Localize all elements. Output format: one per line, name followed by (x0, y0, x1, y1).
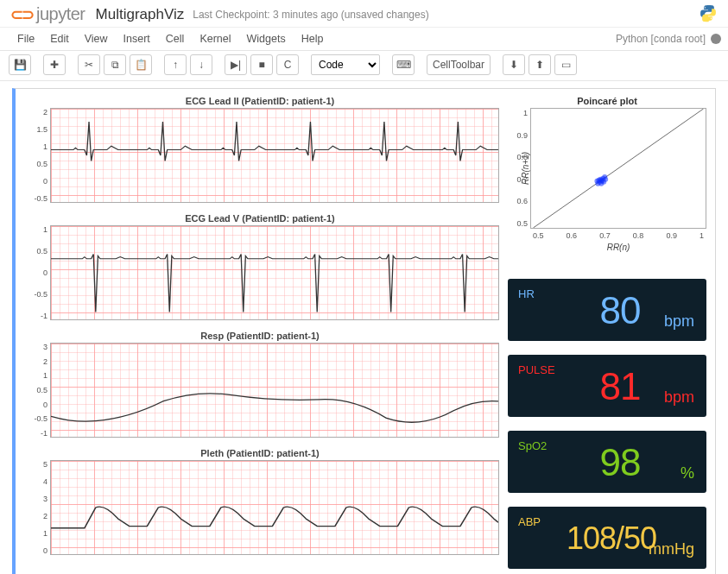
poincare-xticks: 0.50.60.70.80.91 (531, 231, 706, 240)
poincare-canvas (531, 109, 706, 228)
menubar: File Edit View Insert Cell Kernel Widget… (7, 29, 333, 48)
tile-hr: HR 80 bpm (508, 279, 706, 341)
vitals-column: Poincaré plot RR(n+1) (508, 96, 706, 569)
menu-widgets[interactable]: Widgets (247, 33, 286, 45)
paste-button[interactable]: 📋 (130, 54, 152, 75)
menu-help[interactable]: Help (301, 33, 324, 45)
y-ticks: 10.50-0.5-1 (22, 225, 47, 320)
plot-ecg-lead-ii: ECG Lead II (PatientID: patient-1) 21.51… (21, 96, 499, 203)
tile-hr-value: 80 (574, 289, 641, 332)
svg-point-12 (598, 181, 604, 186)
cell-type-select[interactable]: Code (311, 54, 380, 75)
output-cell[interactable]: ECG Lead II (PatientID: patient-1) 21.51… (12, 88, 716, 574)
pleth-waveform (51, 461, 498, 554)
present-button[interactable]: ▭ (554, 54, 577, 75)
waveform-column: ECG Lead II (PatientID: patient-1) 21.51… (21, 96, 499, 569)
svg-point-0 (705, 7, 706, 8)
poincare-yticks: 0.50.60.70.80.91 (512, 109, 528, 228)
jupyter-logo[interactable]: ⊂⊃ jupyter (10, 4, 85, 24)
poincare-plot: Poincaré plot RR(n+1) (508, 96, 706, 229)
download-button[interactable]: ⬇ (503, 54, 525, 75)
plot-title: Pleth (PatientID: patient-1) (21, 448, 499, 458)
output-area: ECG Lead II (PatientID: patient-1) 21.51… (21, 96, 706, 569)
kernel-busy-icon (711, 34, 721, 44)
plot-pleth: Pleth (PatientID: patient-1) 543210 (21, 448, 499, 555)
menu-file[interactable]: File (17, 33, 35, 45)
menubar-row: File Edit View Insert Cell Kernel Widget… (0, 27, 728, 51)
interrupt-button[interactable]: ■ (250, 54, 273, 75)
tile-hr-label: HR (518, 287, 535, 300)
notebook-name[interactable]: MultigraphViz (96, 6, 185, 23)
python-icon (699, 3, 718, 25)
menu-kernel[interactable]: Kernel (199, 33, 231, 45)
run-button[interactable]: ▶| (225, 54, 247, 75)
move-down-button[interactable]: ↓ (190, 54, 212, 75)
notebook-header: ⊂⊃ jupyter MultigraphViz Last Checkpoint… (0, 0, 728, 27)
share-button[interactable]: ⬆ (529, 54, 551, 75)
jupyter-logo-icon: ⊂⊃ (10, 5, 33, 24)
tile-abp-unit: mmHg (649, 540, 694, 558)
tile-spo2-value: 98 (574, 441, 641, 484)
tile-abp-value: 108/50 (558, 520, 656, 557)
resp-waveform (51, 344, 498, 437)
save-button[interactable]: 💾 (9, 54, 31, 75)
celltoolbar-button[interactable]: CellToolbar (427, 54, 491, 75)
tile-hr-unit: bpm (664, 312, 694, 331)
tile-pulse: PULSE 81 bpm (508, 355, 706, 417)
svg-point-14 (594, 179, 599, 184)
restart-button[interactable]: C (276, 54, 299, 75)
jupyter-logo-text: jupyter (36, 4, 85, 24)
ecg-ii-waveform (51, 109, 498, 202)
checkpoint-status: Last Checkpoint: 3 minutes ago (unsaved … (193, 9, 429, 21)
toolbar: 💾 ✚ ✂ ⧉ 📋 ↑ ↓ ▶| ■ C Code ⌨ CellToolbar … (0, 51, 728, 81)
poincare-title: Poincaré plot (508, 96, 706, 106)
y-ticks: 21.510.50-0.5 (22, 108, 47, 203)
insert-cell-button[interactable]: ✚ (43, 54, 66, 75)
svg-point-1 (711, 18, 712, 19)
plot-title: ECG Lead V (PatientID: patient-1) (21, 213, 499, 224)
tile-pulse-value: 81 (574, 365, 641, 408)
copy-button[interactable]: ⧉ (104, 54, 126, 75)
tile-abp: ABP 108/50 mmHg (508, 507, 706, 569)
menu-edit[interactable]: Edit (50, 33, 69, 45)
plot-ecg-lead-v: ECG Lead V (PatientID: patient-1) 10.50-… (21, 213, 499, 320)
svg-point-13 (603, 177, 608, 182)
cut-button[interactable]: ✂ (78, 54, 100, 75)
y-ticks: 3210.50-0.5-1 (22, 343, 47, 438)
menu-insert[interactable]: Insert (123, 33, 150, 45)
svg-line-2 (533, 109, 703, 228)
ecg-v-waveform (51, 226, 498, 319)
poincare-xlabel: RR(n) (531, 243, 706, 252)
menu-cell[interactable]: Cell (166, 33, 185, 45)
tile-pulse-unit: bpm (664, 388, 694, 407)
plot-title: ECG Lead II (PatientID: patient-1) (21, 96, 499, 106)
notebook-area: ECG Lead II (PatientID: patient-1) 21.51… (0, 81, 728, 574)
tile-abp-label: ABP (518, 515, 541, 528)
tile-spo2: SpO2 98 % (508, 431, 706, 493)
tile-spo2-label: SpO2 (518, 439, 547, 452)
tile-spo2-unit: % (681, 464, 694, 483)
kernel-name[interactable]: Python [conda root] (616, 33, 706, 45)
command-palette-button[interactable]: ⌨ (392, 54, 415, 75)
tile-pulse-label: PULSE (518, 363, 555, 376)
menu-view[interactable]: View (85, 33, 108, 45)
plot-title: Resp (PatientID: patient-1) (21, 331, 499, 341)
y-ticks: 543210 (22, 460, 47, 555)
move-up-button[interactable]: ↑ (164, 54, 187, 75)
plot-resp: Resp (PatientID: patient-1) 3210.50-0.5-… (21, 331, 499, 438)
